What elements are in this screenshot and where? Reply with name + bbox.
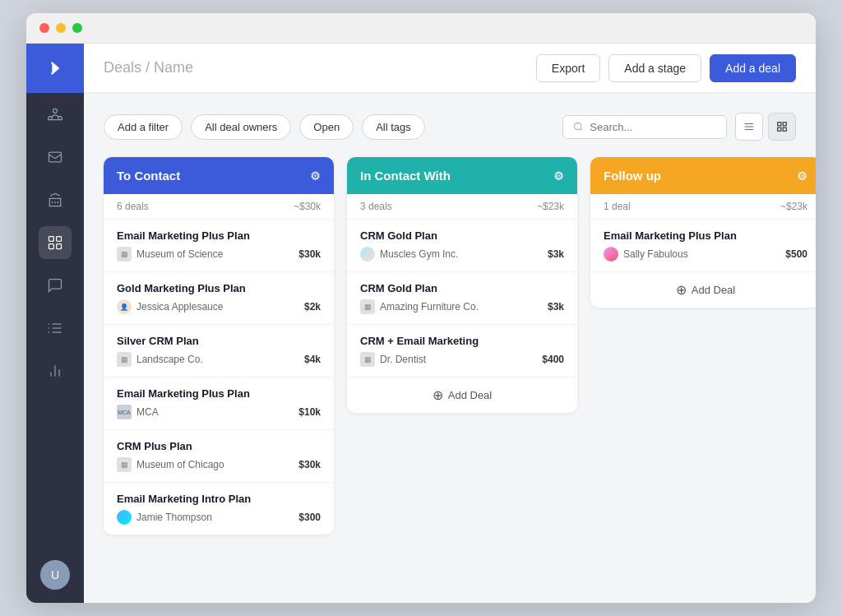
deal-company: Jamie Thompson: [117, 510, 212, 525]
sidebar-item-list[interactable]: [39, 312, 72, 345]
col-title-in-contact: In Contact With: [360, 169, 451, 183]
open-filter-button[interactable]: Open: [299, 114, 354, 140]
page-body: Add a filter All deal owners Open All ta…: [84, 93, 816, 603]
sidebar-item-reports[interactable]: [39, 354, 72, 387]
minimize-dot[interactable]: [56, 23, 66, 33]
deal-amount: $400: [542, 354, 564, 365]
col-count-follow-up: 1 deal: [604, 201, 631, 212]
deal-title: Email Marketing Plus Plan: [117, 229, 321, 242]
table-row[interactable]: CRM Plus Plan ▦ Museum of Chicago $30k: [104, 430, 334, 483]
plus-icon: ⊕: [676, 282, 687, 298]
table-row[interactable]: Email Marketing Plus Plan Sally Fabulous…: [590, 220, 816, 272]
add-deal-follow-up-button[interactable]: ⊕ Add Deal: [590, 272, 816, 308]
all-tags-button[interactable]: All tags: [362, 114, 425, 140]
deal-title: Email Marketing Plus Plan: [604, 229, 807, 242]
col-title-to-contact: To Contact: [117, 169, 180, 183]
col-follow-up: Follow up ⚙ 1 deal ~$23k Email Marketing…: [590, 157, 816, 308]
table-row[interactable]: CRM Gold Plan Muscles Gym Inc. $3k: [347, 220, 577, 272]
sidebar-item-chat[interactable]: [39, 269, 72, 302]
col-meta-follow-up: 1 deal ~$23k: [590, 194, 816, 220]
add-deal-in-contact-button[interactable]: ⊕ Add Deal: [347, 377, 577, 413]
list-view-button[interactable]: [735, 113, 763, 141]
deal-title: CRM Gold Plan: [360, 229, 564, 242]
deal-amount: $500: [785, 248, 807, 260]
col-title-follow-up: Follow up: [604, 169, 661, 183]
deal-title: CRM Plus Plan: [117, 440, 321, 452]
avatar-icon: [360, 247, 375, 262]
building-icon: ▦: [360, 299, 375, 314]
sidebar-logo[interactable]: [26, 44, 84, 93]
add-deal-button[interactable]: Add a deal: [710, 54, 796, 82]
search-box: [562, 115, 727, 139]
kanban-board: To Contact ⚙ 6 deals ~$30k Email Marketi…: [104, 157, 796, 535]
export-button[interactable]: Export: [536, 54, 600, 82]
deal-amount: $10k: [298, 406, 321, 418]
add-deal-label-2: Add Deal: [692, 284, 735, 296]
deal-amount: $2k: [304, 301, 321, 313]
svg-point-13: [575, 123, 581, 129]
search-icon: [573, 121, 583, 132]
avatar-icon: [117, 510, 132, 525]
svg-point-7: [49, 323, 50, 325]
table-row[interactable]: Email Marketing Intro Plan Jamie Thompso…: [104, 483, 334, 535]
sidebar-item-mail[interactable]: [39, 141, 72, 174]
all-deal-owners-button[interactable]: All deal owners: [191, 114, 291, 140]
col-to-contact: To Contact ⚙ 6 deals ~$30k Email Marketi…: [104, 157, 334, 535]
table-row[interactable]: Email Marketing Plus Plan ▦ Museum of Sc…: [104, 220, 334, 272]
plus-icon: ⊕: [433, 387, 443, 403]
sidebar-item-org[interactable]: [39, 183, 72, 216]
sidebar-item-deals[interactable]: [39, 226, 72, 259]
deal-company: Sally Fabulous: [604, 247, 688, 262]
deal-title: Gold Marketing Plus Plan: [117, 282, 321, 294]
deal-amount: $3k: [548, 301, 564, 313]
col-total-to-contact: ~$30k: [294, 201, 321, 212]
add-stage-button[interactable]: Add a stage: [608, 54, 701, 82]
svg-rect-0: [49, 237, 54, 242]
add-deal-label: Add Deal: [448, 389, 492, 401]
sidebar-item-contacts[interactable]: [39, 98, 72, 131]
table-row[interactable]: Email Marketing Plus Plan MCA MCA $10k: [104, 377, 334, 430]
col-meta-to-contact: 6 deals ~$30k: [104, 194, 334, 220]
app-window: U Deals / Name Export Add a stage Add a …: [26, 13, 816, 603]
col-settings-in-contact[interactable]: ⚙: [553, 169, 564, 183]
deal-title: Email Marketing Plus Plan: [117, 387, 321, 400]
building-icon: MCA: [117, 405, 132, 419]
user-avatar[interactable]: U: [40, 560, 70, 590]
building-icon: ▦: [117, 352, 132, 367]
col-settings-to-contact[interactable]: ⚙: [310, 169, 321, 183]
deal-amount: $30k: [298, 459, 321, 470]
deal-company: MCA MCA: [117, 405, 159, 419]
deal-company: ▦ Amazing Furniture Co.: [360, 299, 479, 314]
add-filter-button[interactable]: Add a filter: [104, 114, 183, 140]
col-count-in-contact: 3 deals: [360, 201, 392, 212]
col-count-to-contact: 6 deals: [117, 201, 149, 212]
deal-amount: $30k: [298, 248, 321, 260]
deal-amount: $4k: [304, 354, 321, 365]
deal-title: CRM Gold Plan: [360, 282, 564, 294]
deal-amount: $300: [298, 512, 321, 523]
col-meta-in-contact: 3 deals ~$23k: [347, 194, 577, 220]
deal-title: CRM + Email Marketing: [360, 335, 564, 347]
svg-rect-21: [783, 127, 786, 131]
breadcrumb: Deals / Name: [104, 59, 193, 76]
breadcrumb-text: Deals / Name: [104, 59, 193, 76]
deal-title: Silver CRM Plan: [117, 335, 321, 347]
view-toggle: [735, 113, 796, 141]
table-row[interactable]: Gold Marketing Plus Plan 👤 Jessica Apple…: [104, 272, 334, 325]
person-icon: 👤: [117, 299, 132, 314]
svg-rect-2: [49, 244, 54, 249]
search-input[interactable]: [590, 121, 716, 133]
table-row[interactable]: CRM + Email Marketing ▦ Dr. Dentist $400: [347, 325, 577, 377]
table-row[interactable]: CRM Gold Plan ▦ Amazing Furniture Co. $3…: [347, 272, 577, 325]
kanban-view-button[interactable]: [768, 113, 796, 141]
deal-company: Muscles Gym Inc.: [360, 247, 458, 262]
close-dot[interactable]: [39, 23, 49, 33]
building-icon: ▦: [360, 352, 375, 367]
svg-rect-1: [57, 237, 62, 242]
col-total-in-contact: ~$23k: [537, 201, 564, 212]
maximize-dot[interactable]: [72, 23, 82, 33]
table-row[interactable]: Silver CRM Plan ▦ Landscape Co. $4k: [104, 325, 334, 377]
svg-rect-20: [778, 127, 781, 131]
col-in-contact-with: In Contact With ⚙ 3 deals ~$23k CRM Gold…: [347, 157, 577, 413]
col-settings-follow-up[interactable]: ⚙: [797, 169, 807, 183]
